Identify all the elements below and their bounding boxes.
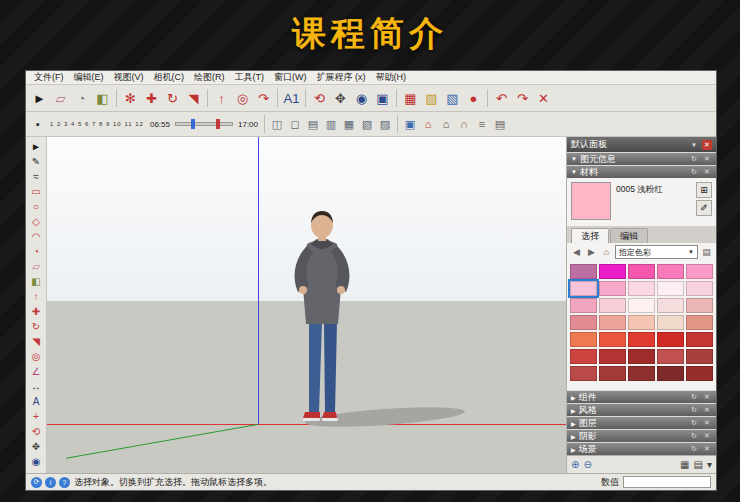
tab-select[interactable]: 选择 (571, 228, 609, 243)
scale-icon[interactable]: ◥ (28, 334, 45, 349)
color-swatch-30[interactable] (570, 366, 597, 381)
line-icon[interactable]: ✎ (28, 154, 45, 169)
orbit-spheres-icon[interactable]: ● (463, 88, 484, 109)
orbit-icon[interactable]: ⟲ (309, 88, 330, 109)
panel-section-3[interactable]: ▶阴影↻✕ (567, 430, 716, 442)
shadow-time-slider[interactable] (175, 122, 233, 126)
menu-item-6[interactable]: 窗口(W) (269, 71, 312, 84)
color-swatch-20[interactable] (570, 332, 597, 347)
slider-handle-pm[interactable] (216, 119, 220, 129)
color-swatch-19[interactable] (686, 315, 713, 330)
slider-handle-am[interactable] (191, 119, 195, 129)
style-monochrome-icon[interactable]: ▧ (358, 115, 376, 133)
freehand-icon[interactable]: ≈ (28, 169, 45, 184)
paint-bucket-icon[interactable]: ◧ (92, 88, 113, 109)
menu-item-1[interactable]: 编辑(E) (69, 71, 109, 84)
box-red-icon[interactable]: ▦ (400, 88, 421, 109)
color-swatch-24[interactable] (686, 332, 713, 347)
delete-icon[interactable]: ✕ (533, 88, 554, 109)
color-swatch-34[interactable] (686, 366, 713, 381)
color-swatch-3[interactable] (657, 264, 684, 279)
color-swatch-27[interactable] (628, 349, 655, 364)
style-wireframe-icon[interactable]: ◻ (286, 115, 304, 133)
color-swatch-26[interactable] (599, 349, 626, 364)
menu-item-4[interactable]: 绘图(R) (189, 71, 230, 84)
box-blue-icon[interactable]: ▧ (442, 88, 463, 109)
color-swatch-32[interactable] (628, 366, 655, 381)
section-refresh-icon[interactable]: ↻ (689, 418, 699, 428)
component-box-icon[interactable]: ▣ (401, 115, 419, 133)
color-swatch-23[interactable] (657, 332, 684, 347)
menu-item-8[interactable]: 帮助(H) (371, 71, 412, 84)
style-textured-icon[interactable]: ▦ (340, 115, 358, 133)
panel-section-2[interactable]: ▶图层↻✕ (567, 417, 716, 429)
shadow-date-strip[interactable]: 1 2 3 4 5 6 7 8 9 10 11 12 (50, 121, 144, 127)
credits-info-icon[interactable]: i (45, 477, 56, 488)
materials-section[interactable]: ▼ 材料 ↻ ✕ (567, 166, 716, 178)
color-swatch-1[interactable] (599, 264, 626, 279)
color-swatch-6[interactable] (599, 281, 626, 296)
circle-icon[interactable]: ○ (28, 199, 45, 214)
select-icon[interactable]: ► (28, 139, 45, 154)
color-swatch-33[interactable] (657, 366, 684, 381)
box-yellow-icon[interactable]: ▨ (421, 88, 442, 109)
options-caret-icon[interactable]: ▾ (707, 460, 712, 470)
style-back-edges-icon[interactable]: ▨ (376, 115, 394, 133)
menu-item-7[interactable]: 扩展程序 (x) (312, 71, 371, 84)
house-red-icon[interactable]: ⌂ (419, 115, 437, 133)
section-refresh-icon[interactable]: ↻ (689, 392, 699, 402)
viewport-3d[interactable] (47, 137, 566, 473)
color-swatch-21[interactable] (599, 332, 626, 347)
sandbox-icon[interactable]: ✻ (120, 88, 141, 109)
stairs-icon[interactable]: ≡ (473, 115, 491, 133)
zoom-icon[interactable]: ◉ (28, 454, 45, 469)
color-swatch-29[interactable] (686, 349, 713, 364)
color-swatch-5[interactable] (570, 281, 597, 296)
eraser-icon[interactable]: ▱ (28, 259, 45, 274)
entity-info-section[interactable]: ▼ 图元信息 ↻ ✕ (567, 153, 716, 165)
create-material-button[interactable]: ⊞ (696, 182, 712, 198)
remove-scene-icon[interactable]: ⊖ (583, 460, 591, 470)
offset-icon[interactable]: ◎ (232, 88, 253, 109)
section-close-icon[interactable]: ✕ (702, 431, 712, 441)
color-swatch-25[interactable] (570, 349, 597, 364)
person-figure[interactable] (267, 210, 477, 428)
pan-icon[interactable]: ✥ (330, 88, 351, 109)
color-swatch-2[interactable] (628, 264, 655, 279)
text-a1-icon[interactable]: A1 (281, 88, 302, 109)
color-swatch-14[interactable] (686, 298, 713, 313)
window-frame-icon[interactable]: ▤ (491, 115, 509, 133)
section-close-icon[interactable]: ✕ (702, 444, 712, 454)
style-hidden-line-icon[interactable]: ▤ (304, 115, 322, 133)
dimension-icon[interactable]: ↔ (28, 379, 45, 394)
menu-item-5[interactable]: 工具(T) (230, 71, 270, 84)
paint-bucket-icon[interactable]: ◧ (28, 274, 45, 289)
push-pull-icon[interactable]: ↑ (28, 289, 45, 304)
measure-input[interactable] (623, 476, 711, 488)
section-close-icon[interactable]: ✕ (702, 154, 712, 164)
tape-measure-icon[interactable]: ∠ (28, 364, 45, 379)
offset-icon[interactable]: ◎ (28, 349, 45, 364)
color-swatch-4[interactable] (686, 264, 713, 279)
pan-icon[interactable]: ✥ (28, 439, 45, 454)
undo-icon[interactable]: ↶ (491, 88, 512, 109)
orbit-icon[interactable]: ⟲ (28, 424, 45, 439)
thumbnail-view-icon[interactable]: ▦ (680, 460, 689, 470)
select-icon[interactable]: ► (29, 88, 50, 109)
pie-icon[interactable]: ◔ (28, 244, 45, 259)
section-refresh-icon[interactable]: ↻ (689, 444, 699, 454)
color-swatch-0[interactable] (570, 264, 597, 279)
help-icon[interactable]: ? (59, 477, 70, 488)
section-close-icon[interactable]: ✕ (702, 418, 712, 428)
panel-section-1[interactable]: ▶风格↻✕ (567, 404, 716, 416)
house-icon[interactable]: ⌂ (437, 115, 455, 133)
color-swatch-10[interactable] (570, 298, 597, 313)
color-swatch-7[interactable] (628, 281, 655, 296)
eraser-icon[interactable]: ▱ (50, 88, 71, 109)
color-swatch-17[interactable] (628, 315, 655, 330)
redo-icon[interactable]: ↷ (512, 88, 533, 109)
panel-section-4[interactable]: ▶场景↻✕ (567, 443, 716, 455)
menu-item-2[interactable]: 视图(V) (109, 71, 149, 84)
sample-paint-button[interactable]: ✐ (696, 200, 712, 216)
axes-icon[interactable]: + (28, 409, 45, 424)
